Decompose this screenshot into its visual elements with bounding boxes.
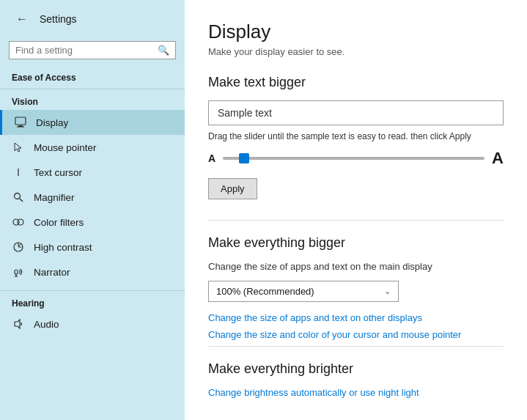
sidebar-item-color-filters[interactable]: Color filters <box>0 210 185 235</box>
search-box[interactable]: 🔍 <box>9 41 176 59</box>
slider-hint: Drag the slider until the sample text is… <box>208 131 504 141</box>
sidebar-item-narrator-label: Narrator <box>34 267 70 278</box>
sidebar-item-audio-label: Audio <box>34 319 59 330</box>
text-size-slider[interactable] <box>223 157 484 160</box>
dropdown-value: 100% (Recommended) <box>216 286 384 297</box>
other-displays-link[interactable]: Change the size of apps and text on othe… <box>208 312 504 323</box>
sidebar-item-magnifier[interactable]: Magnifier <box>0 185 185 210</box>
sidebar-item-high-contrast[interactable]: High contrast <box>0 235 185 259</box>
mouse-pointer-icon <box>12 141 25 154</box>
text-cursor-icon: I <box>12 166 25 179</box>
page-title: Display <box>208 21 504 43</box>
sidebar-item-display-label: Display <box>36 117 68 128</box>
display-icon <box>14 116 27 129</box>
hearing-label: Hearing <box>0 294 185 312</box>
narrator-icon <box>12 265 25 279</box>
color-filters-icon <box>12 215 25 229</box>
night-light-link[interactable]: Change brightness automatically or use n… <box>208 387 504 398</box>
sidebar-item-narrator[interactable]: Narrator <box>0 259 185 284</box>
section-separator-2 <box>208 346 504 347</box>
sample-text: Sample text <box>218 107 272 119</box>
main-content: Display Make your display easier to see.… <box>185 0 527 420</box>
red-arrow-annotation <box>181 236 185 258</box>
hearing-divider <box>0 290 185 291</box>
sample-text-box: Sample text <box>208 100 504 125</box>
magnifier-icon <box>12 191 25 204</box>
section-separator-1 <box>208 220 504 221</box>
sidebar-divider <box>0 89 185 89</box>
make-text-bigger-title: Make text bigger <box>208 75 504 90</box>
sidebar-item-high-contrast-label: High contrast <box>34 242 92 253</box>
sidebar-item-text-cursor-label: Text cursor <box>34 167 82 178</box>
cursor-color-link[interactable]: Change the size and color of your cursor… <box>208 329 504 340</box>
svg-point-3 <box>15 194 21 199</box>
audio-icon <box>12 317 25 331</box>
sidebar-item-mouse-pointer-label: Mouse pointer <box>34 142 97 153</box>
apply-button[interactable]: Apply <box>208 178 257 199</box>
page-subtitle: Make your display easier to see. <box>208 46 504 57</box>
sidebar-item-display[interactable]: Display <box>0 110 185 135</box>
svg-line-4 <box>20 199 23 202</box>
make-everything-brighter-title: Make everything brighter <box>208 361 504 377</box>
sidebar-item-mouse-pointer[interactable]: Mouse pointer <box>0 135 185 160</box>
settings-title: Settings <box>40 13 77 25</box>
svg-point-6 <box>18 219 23 225</box>
svg-rect-13 <box>15 270 18 274</box>
search-icon: 🔍 <box>158 45 169 56</box>
vision-label: Vision <box>0 92 185 110</box>
sidebar-item-color-filters-label: Color filters <box>34 217 84 228</box>
back-button[interactable]: ← <box>12 9 32 29</box>
svg-marker-16 <box>15 320 20 328</box>
high-contrast-icon <box>12 240 25 254</box>
slider-a-large: A <box>492 149 504 168</box>
sidebar-item-audio[interactable]: Audio <box>0 312 185 336</box>
sidebar-item-text-cursor[interactable]: I Text cursor <box>0 160 185 185</box>
search-input[interactable] <box>15 45 153 56</box>
chevron-down-icon: ⌄ <box>384 287 391 296</box>
make-everything-bigger-desc: Change the size of apps and text on the … <box>208 261 504 272</box>
sidebar-header: ← Settings <box>0 0 185 38</box>
ease-of-access-label: Ease of Access <box>0 68 185 86</box>
text-size-slider-row: A A <box>208 149 504 168</box>
back-icon: ← <box>16 12 28 26</box>
svg-rect-0 <box>15 117 26 125</box>
display-size-dropdown[interactable]: 100% (Recommended) ⌄ <box>208 281 399 302</box>
sidebar-item-magnifier-label: Magnifier <box>34 192 75 203</box>
slider-a-small: A <box>208 152 215 164</box>
make-everything-bigger-title: Make everything bigger <box>208 235 504 251</box>
slider-thumb[interactable] <box>239 153 249 163</box>
sidebar: ← Settings 🔍 Ease of Access Vision Displ… <box>0 0 185 420</box>
